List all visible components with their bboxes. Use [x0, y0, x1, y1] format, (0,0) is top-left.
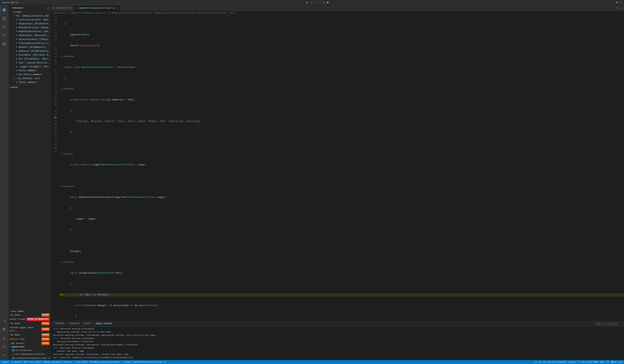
- status-bar: ⚡ main* 🐳 Docker .NET Core Launch (debug…: [0, 360, 624, 364]
- this-variable[interactable]: ▾ this: {debug_containers_dotnet...: [8, 14, 51, 18]
- bc-class[interactable]: debug_containers_dotnet.Controllers.Weat…: [155, 12, 227, 14]
- code-line-33: {: [60, 315, 624, 318]
- bp-controller-checkbox[interactable]: ✓: [12, 357, 14, 359]
- locals-group[interactable]: ▾ Locals: [8, 10, 51, 14]
- breakpoints-header[interactable]: ▾ BREAKPOINTS: [8, 345, 51, 348]
- modelstate-var[interactable]: ▶ ModelState: {Microsoft.AspNet...: [8, 34, 51, 37]
- bc-namespace[interactable]: {} debug_containers_dotnet.Controllers: [108, 12, 152, 14]
- callstack-item-2[interactable]: <No Name> PAUSED: [8, 321, 51, 326]
- step-into-icon[interactable]: ↓: [314, 1, 317, 4]
- activity-extensions[interactable]: [0, 40, 8, 48]
- bp-user-checkbox[interactable]: [12, 353, 14, 355]
- activity-test[interactable]: [0, 334, 8, 342]
- url-var[interactable]: ▶ Url [IUrlHelper]: {Microsoft....: [8, 57, 51, 61]
- routedata-var[interactable]: ▶ RouteData: {Microsoft.AspNetC...: [8, 53, 51, 57]
- tab-output[interactable]: OUTPUT: [81, 321, 93, 327]
- modelbinderfactory-var[interactable]: ▶ ModelBinderFactory [IModelBin...: [8, 30, 51, 34]
- tab-debug-console[interactable]: DEBUG CONSOLE: [93, 321, 114, 327]
- status-spaces[interactable]: Spaces: 4: [569, 361, 579, 363]
- objectvalidator-var[interactable]: ▶ ObjectValidator [IObjectModel...: [8, 37, 51, 41]
- filename-text: WeatherForecastController.cs: [133, 361, 166, 363]
- status-container[interactable]: 📦 debug-containers-dotnet: [90, 361, 120, 363]
- rng-variable[interactable]: ▶ rng [Random]: null: [8, 76, 51, 80]
- status-liveshare[interactable]: ✓ Live Share: [74, 361, 88, 363]
- activity-accounts[interactable]: [0, 342, 8, 351]
- callstack-item-6[interactable]: .NET Sockets PAUSED: [8, 341, 51, 345]
- continue-icon[interactable]: ⏵: [305, 1, 310, 4]
- gitignore-close[interactable]: U: [70, 7, 72, 9]
- bc-file[interactable]: C# WeatherForecastController.cs: [69, 12, 105, 14]
- activity-settings[interactable]: [0, 351, 8, 359]
- csharp-icon: C#: [76, 7, 78, 9]
- step-out-icon[interactable]: ↑: [318, 1, 321, 4]
- metadataprovider-var[interactable]: ▶ MetadataProvider [IModelMetad...: [8, 26, 51, 30]
- call-stack-header[interactable]: ▾ CALL STACK: [8, 310, 51, 313]
- status-cursor[interactable]: Ln 29, Col 36 (23 selected): [535, 361, 567, 363]
- more-actions-icon[interactable]: ⋯: [620, 6, 623, 10]
- static-members-1[interactable]: ▶ Static members: [8, 69, 51, 73]
- status-filename[interactable]: WeatherForecastController.cs: [133, 361, 166, 363]
- split-editor-icon[interactable]: ⊟: [616, 6, 619, 10]
- term-line-10: warn: Microsoft.AspNetCore.HttpsPolicy.H…: [53, 356, 622, 359]
- status-branch[interactable]: ⚡ main*: [1, 361, 9, 363]
- status-debug[interactable]: 🐳 Docker .NET Core Launch (debug-contain…: [11, 361, 72, 363]
- code-line-17: "Freezing", "Bracing", "Chilly", "Cool",…: [60, 120, 624, 123]
- lang-check-icon: ✓: [122, 361, 124, 363]
- httpcontext-var[interactable]: ▶ HttpContext [HttpContext]: {M...: [8, 22, 51, 26]
- editor-content[interactable]: 10 11 12 13 14 15 16 17 18 19 20 21 22 2…: [51, 15, 624, 321]
- callstack-item-3[interactable]: Console logger queue proc... PAUSED: [8, 326, 51, 333]
- variables-collapse-icon[interactable]: ⇌: [47, 6, 49, 9]
- status-eol[interactable]: CRLF: [600, 361, 604, 363]
- request-var[interactable]: ▶ Request [HttpRequest]: {Micr...: [8, 45, 51, 49]
- settings-icon[interactable]: ⚙: [615, 0, 619, 4]
- activity-search[interactable]: [0, 23, 8, 31]
- liveshare-text: Live Share: [76, 361, 88, 363]
- status-language[interactable]: C#: [607, 361, 609, 363]
- debug-status-text: Docker .NET Core Launch (debug-container…: [15, 361, 72, 363]
- bc-method[interactable]: Get(): [229, 12, 235, 14]
- call-stack-section: ▾ CALL STACK <No Name> PAUSED Worker Thr…: [8, 310, 51, 345]
- logger-var[interactable]: ▶ _logger [ILogger]: {Microsoft...: [8, 65, 51, 69]
- tab-problems[interactable]: PROBLEMS: [67, 321, 82, 327]
- status-lang-check[interactable]: ✓ csharp: [122, 361, 131, 363]
- activity-run-debug[interactable]: [0, 6, 8, 14]
- debug-console-filter[interactable]: [595, 322, 623, 325]
- tab-controller[interactable]: C# WeatherForecastController.cs ×: [74, 5, 121, 11]
- controllercontext-var[interactable]: ▶ ControllerContext: {Microsoft...: [8, 18, 51, 22]
- bc-controllers[interactable]: Controllers: [53, 12, 66, 14]
- tab-terminal[interactable]: TERMINAL: [52, 321, 67, 327]
- static-members-2[interactable]: ▶ Static members: [8, 80, 51, 84]
- tab-gitignore[interactable]: U .gitignore U: [51, 5, 74, 11]
- status-encoding[interactable]: UTF-8 with BOM: [581, 361, 598, 363]
- gitignore-icon: U: [53, 7, 54, 9]
- status-golive[interactable]: 📡 Go Live: [611, 361, 623, 363]
- callstack-item-5[interactable]: Kestrel Timer PAUSED: [8, 337, 51, 341]
- bp-user-unhandled[interactable]: User-Unhandled Exceptions: [8, 352, 51, 356]
- term-line-1: info: Microsoft.Hosting.Lifetime[0]: [53, 327, 622, 330]
- controller-close[interactable]: ×: [117, 7, 119, 10]
- stop-icon[interactable]: ■: [326, 1, 329, 4]
- nonpublic-members[interactable]: ▶ Non-Public members: [8, 73, 51, 76]
- activity-remote[interactable]: [0, 317, 8, 325]
- bp-controller[interactable]: ✓ WeatherForecastController.cs: [8, 356, 51, 360]
- activity-docker[interactable]: [0, 325, 8, 334]
- term-line-4: info: Microsoft.Hosting.Lifetime[0]: [53, 337, 622, 340]
- ref-count-line-4: 0 references: [60, 185, 624, 188]
- activity-explorer[interactable]: [0, 14, 8, 23]
- problemdetailsfactory-var[interactable]: ▶ ProblemDetailsFactory [Proble...: [8, 41, 51, 45]
- user-var[interactable]: ▶ User: {System.Security.Claims...: [8, 61, 51, 65]
- step-over-icon[interactable]: ↷: [310, 0, 313, 4]
- more-icon[interactable]: ⋯: [619, 0, 623, 4]
- watch-header[interactable]: ▶ WATCH: [8, 85, 51, 89]
- bp-all-checkbox[interactable]: ✓: [12, 349, 14, 351]
- bp-all-exceptions[interactable]: ✓ All Exceptions: [8, 348, 51, 352]
- activity-scm[interactable]: [0, 31, 8, 40]
- callstack-item-1[interactable]: Worker Thread PAUSED ON BREAKPOINT: [8, 317, 51, 321]
- callstack-item-4[interactable]: <No Name> PAUSED: [8, 333, 51, 337]
- response-var[interactable]: ▶ Response [HttpResponse]: {Mic...: [8, 49, 51, 53]
- this-arrow: ▾: [14, 14, 15, 18]
- code-line-14: {: [60, 76, 624, 80]
- variables-header: VARIABLES ⇌: [8, 5, 51, 10]
- callstack-item-0[interactable]: <No Name> PAUSED: [8, 313, 51, 317]
- restart-icon[interactable]: ↺: [322, 0, 325, 4]
